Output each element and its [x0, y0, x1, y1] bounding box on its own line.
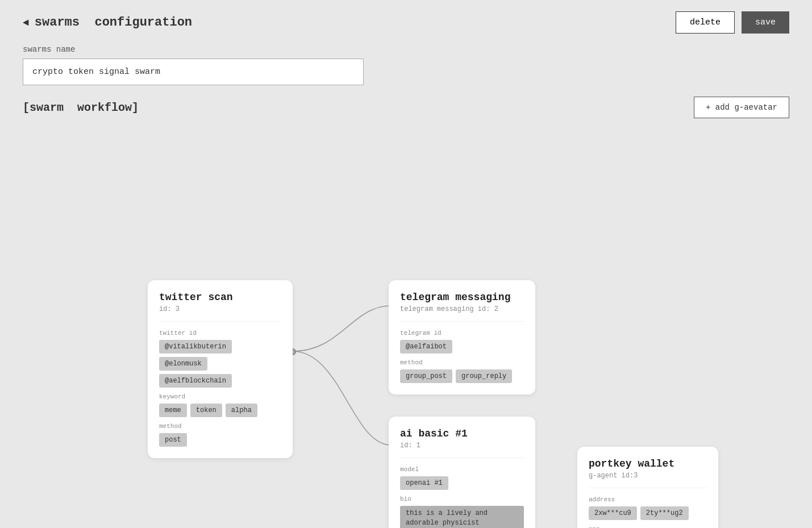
- tag-meme[interactable]: meme: [159, 404, 187, 417]
- workflow-canvas: twitter scan id: 3 twitter id @vitalikbu…: [23, 130, 789, 505]
- portkey-wallet-node: portkey wallet g-agent id:3 address 2xw*…: [577, 447, 718, 528]
- addresses: 2xw***cu9 2ty***ug2: [589, 506, 707, 520]
- header: ◄ swarms configuration delete save: [0, 0, 812, 45]
- telegram-title: telegram messaging: [400, 292, 524, 303]
- delete-button[interactable]: delete: [676, 11, 735, 34]
- portkey-title: portkey wallet: [589, 458, 707, 469]
- workflow-title: [swarm workflow]: [23, 101, 139, 114]
- tag-address-1: 2xw***cu9: [589, 506, 637, 520]
- tag-token[interactable]: token: [190, 404, 222, 417]
- ai-bio: this is a lively and adorable physicist: [400, 506, 524, 528]
- header-buttons: delete save: [676, 11, 789, 34]
- workflow-section: [swarm workflow] + add g-aevatar twitter…: [0, 97, 812, 505]
- twitter-scan-title: twitter scan: [159, 292, 281, 303]
- telegram-methods: group_post group_reply: [400, 369, 524, 383]
- back-arrow[interactable]: ◄: [23, 17, 29, 28]
- title-light: swarms: [35, 15, 80, 30]
- telegram-ids: @aelfaibot: [400, 340, 524, 354]
- app-label: app: [589, 526, 707, 528]
- twitter-methods: post: [159, 433, 281, 447]
- header-left: ◄ swarms configuration: [23, 15, 192, 30]
- tag-group-post[interactable]: group_post: [400, 369, 452, 383]
- method-label-twitter: method: [159, 423, 281, 430]
- portkey-subtitle: g-agent id:3: [589, 472, 707, 488]
- tag-bio-value: this is a lively and adorable physicist: [400, 506, 524, 528]
- tag-post[interactable]: post: [159, 433, 187, 447]
- tag-elonmusk[interactable]: @elonmusk: [159, 357, 207, 371]
- model-label: model: [400, 466, 524, 473]
- ai-models: openai #1: [400, 476, 524, 490]
- keywords: meme token alpha: [159, 404, 281, 417]
- twitter-id-label: twitter id: [159, 330, 281, 336]
- ai-basic-title: ai basic #1: [400, 428, 524, 439]
- bio-label: bio: [400, 496, 524, 502]
- address-label: address: [589, 496, 707, 503]
- save-button[interactable]: save: [742, 11, 789, 34]
- tag-group-reply[interactable]: group_reply: [456, 369, 512, 383]
- tag-address-2: 2ty***ug2: [640, 506, 689, 520]
- method-label-telegram: method: [400, 359, 524, 366]
- telegram-subtitle: telegram messaging id: 2: [400, 305, 524, 322]
- keyword-label: keyword: [159, 393, 281, 400]
- telegram-messaging-node: telegram messaging telegram messaging id…: [389, 280, 535, 394]
- twitter-scan-subtitle: id: 3: [159, 305, 281, 322]
- page-title: swarms configuration: [35, 15, 192, 30]
- ai-basic-node: ai basic #1 id: 1 model openai #1 bio th…: [389, 417, 535, 528]
- telegram-id-label: telegram id: [400, 330, 524, 336]
- name-section: swarms name: [0, 45, 812, 97]
- title-bold: configuration: [94, 15, 192, 30]
- tag-alpha[interactable]: alpha: [226, 404, 257, 417]
- workflow-title-light: [swarm: [23, 101, 64, 114]
- tag-openai[interactable]: openai #1: [400, 476, 448, 490]
- swarms-name-input[interactable]: [23, 59, 364, 85]
- twitter-ids: @vitalikbuterin @elonmusk @aelfblockchai…: [159, 340, 281, 388]
- workflow-title-bold: workflow]: [77, 101, 139, 114]
- ai-basic-subtitle: id: 1: [400, 442, 524, 458]
- tag-aelfblockchain[interactable]: @aelfblockchain: [159, 374, 232, 388]
- name-label: swarms name: [23, 45, 789, 54]
- tag-aelfaibot[interactable]: @aelfaibot: [400, 340, 452, 354]
- twitter-scan-node: twitter scan id: 3 twitter id @vitalikbu…: [148, 280, 293, 458]
- tag-vitalik[interactable]: @vitalikbuterin: [159, 340, 232, 354]
- workflow-header: [swarm workflow] + add g-aevatar: [23, 97, 789, 118]
- add-gaevatar-button[interactable]: + add g-aevatar: [694, 97, 789, 118]
